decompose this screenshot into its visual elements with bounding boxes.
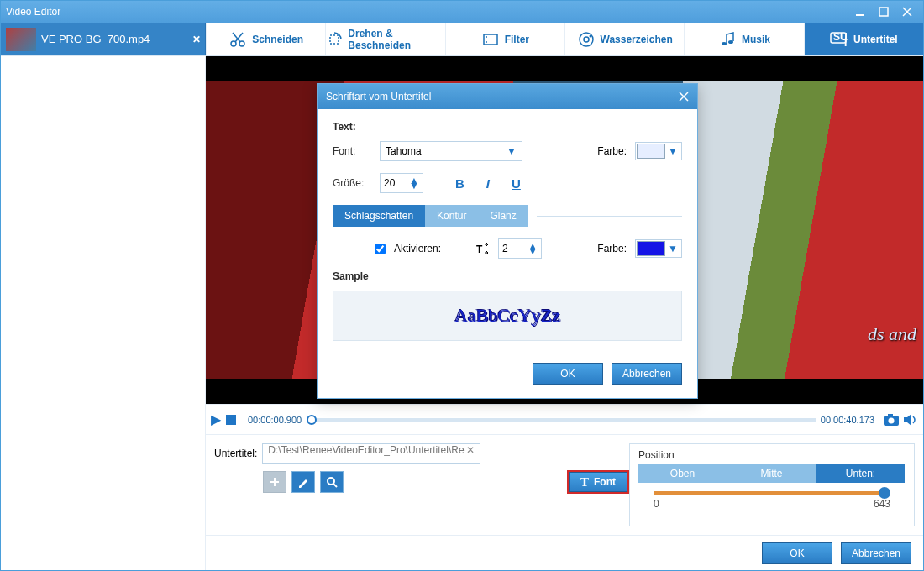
- svg-text:T: T: [476, 244, 483, 255]
- effect-tabs: Schlagschatten Kontur Glanz: [333, 205, 682, 227]
- position-slider[interactable]: [654, 491, 890, 495]
- dialog-cancel-button[interactable]: Abbrechen: [612, 363, 682, 385]
- svg-marker-23: [904, 414, 911, 426]
- font-combo[interactable]: Tahoma▼: [380, 141, 522, 161]
- font-button[interactable]: TFont: [567, 470, 629, 494]
- position-middle[interactable]: Mitte: [727, 464, 816, 483]
- size-spinner[interactable]: 20▲▼: [380, 173, 423, 193]
- tool-tabs: Schneiden Drehen & Beschneiden Filter Wa…: [206, 23, 923, 55]
- text-icon: T: [580, 475, 589, 490]
- dialog-close-button[interactable]: [679, 92, 689, 102]
- dialog-title: Schriftart vom Untertitel: [326, 91, 431, 102]
- svg-point-13: [584, 37, 589, 42]
- underline-button[interactable]: U: [512, 176, 521, 191]
- position-bottom[interactable]: Unten:: [816, 464, 906, 483]
- search-subtitle-button[interactable]: [320, 471, 344, 493]
- snapshot-button[interactable]: [883, 413, 900, 427]
- position-title: Position: [638, 449, 906, 461]
- volume-button[interactable]: [903, 413, 918, 427]
- file-tab-close[interactable]: ✕: [188, 34, 205, 45]
- tab-glow[interactable]: Glanz: [478, 205, 528, 227]
- italic-button[interactable]: I: [486, 176, 490, 191]
- chevron-down-icon: ▼: [668, 145, 678, 157]
- svg-point-21: [889, 417, 895, 423]
- chevron-down-icon: ▼: [507, 145, 517, 157]
- tab-outline[interactable]: Kontur: [425, 205, 478, 227]
- ok-button[interactable]: OK: [762, 542, 832, 564]
- watermark-icon: [577, 30, 596, 49]
- titlebar: Video Editor: [1, 1, 923, 23]
- tool-subtitle[interactable]: SUBTUntertitel: [804, 23, 923, 55]
- rotate-icon: [326, 30, 343, 49]
- svg-point-12: [580, 33, 593, 46]
- activate-checkbox[interactable]: [375, 244, 386, 254]
- bold-button[interactable]: B: [455, 176, 465, 191]
- subtitle-path-label: Untertitel:: [214, 448, 257, 459]
- svg-point-11: [486, 41, 487, 43]
- ribbon: VE PRO BG_700.mp4 ✕ Schneiden Drehen & B…: [1, 23, 923, 56]
- svg-text:T: T: [843, 37, 848, 48]
- cancel-button[interactable]: Abbrechen: [841, 542, 911, 564]
- tool-filter[interactable]: Filter: [445, 23, 564, 55]
- dialog-titlebar: Schriftart vom Untertitel: [318, 84, 697, 109]
- cut-icon: [228, 30, 247, 49]
- filter-icon: [481, 30, 500, 49]
- file-thumbnail: [6, 28, 36, 51]
- file-tab[interactable]: VE PRO BG_700.mp4 ✕: [1, 23, 206, 55]
- size-label: Größe:: [333, 177, 371, 189]
- time-end: 00:00:40.173: [821, 415, 874, 425]
- svg-point-10: [486, 36, 487, 38]
- subtitle-panel: Untertitel: D:\Test\ReneeVideoEditor_Pro…: [206, 434, 923, 535]
- offset-spinner[interactable]: 2▲▼: [498, 238, 542, 259]
- seek-handle[interactable]: [307, 415, 317, 425]
- close-button[interactable]: [896, 4, 918, 19]
- position-panel: Position Oben Mitte Unten: 0643: [629, 443, 915, 526]
- font-label: Font:: [333, 145, 371, 157]
- music-icon: [718, 30, 737, 49]
- add-subtitle-button[interactable]: [263, 471, 286, 493]
- position-slider-handle[interactable]: [879, 487, 890, 499]
- tool-cut[interactable]: Schneiden: [206, 23, 325, 55]
- maximize-button[interactable]: [873, 4, 895, 19]
- svg-rect-8: [330, 35, 339, 44]
- sample-label: Sample: [333, 270, 682, 282]
- clear-path-icon[interactable]: ✕: [466, 444, 475, 456]
- position-top[interactable]: Oben: [638, 464, 727, 483]
- subtitle-icon: SUBT: [830, 30, 848, 49]
- file-name: VE PRO BG_700.mp4: [41, 33, 188, 45]
- svg-rect-9: [484, 34, 497, 45]
- svg-line-27: [333, 484, 337, 487]
- offset-icon: T: [475, 242, 490, 255]
- position-max: 643: [874, 498, 890, 510]
- subtitle-path-input[interactable]: D:\Test\ReneeVideoEditor_Pro\Untertitel\…: [262, 443, 480, 464]
- footer: OK Abbrechen: [206, 535, 923, 570]
- tab-shadow[interactable]: Schlagschatten: [333, 205, 425, 227]
- play-button[interactable]: ▶: [211, 411, 221, 427]
- transport-bar: ▶ 00:00:00.900 00:00:40.173: [206, 404, 923, 434]
- dialog-ok-button[interactable]: OK: [533, 363, 603, 385]
- subtitle-font-dialog: Schriftart vom Untertitel Text: Font: Ta…: [317, 83, 698, 399]
- chevron-down-icon: ▼: [668, 243, 678, 254]
- sidebar: [1, 56, 206, 570]
- tool-watermark[interactable]: Wasserzeichen: [564, 23, 684, 55]
- effect-color-picker[interactable]: ▼: [635, 239, 682, 258]
- activate-label: Aktivieren:: [394, 243, 441, 254]
- tool-rotate[interactable]: Drehen & Beschneiden: [325, 23, 444, 55]
- app-window: Video Editor VE PRO BG_700.mp4 ✕ Schneid…: [0, 0, 924, 571]
- sample-preview: AaBbCcYyZz: [333, 291, 682, 341]
- svg-point-26: [328, 478, 334, 485]
- svg-point-14: [589, 34, 591, 37]
- effect-color-label: Farbe:: [597, 243, 627, 254]
- minimize-button[interactable]: [849, 4, 871, 19]
- subtitle-overlay: ds and: [868, 323, 916, 345]
- svg-point-15: [722, 42, 727, 45]
- stop-button[interactable]: [226, 415, 236, 425]
- tool-music[interactable]: Musik: [684, 23, 803, 55]
- position-min: 0: [654, 498, 659, 510]
- seek-track[interactable]: [307, 418, 816, 422]
- time-start: 00:00:00.900: [248, 415, 302, 425]
- text-color-picker[interactable]: ▼: [635, 142, 682, 160]
- text-section-label: Text:: [333, 121, 682, 133]
- svg-rect-22: [888, 414, 893, 416]
- edit-subtitle-button[interactable]: [291, 471, 315, 493]
